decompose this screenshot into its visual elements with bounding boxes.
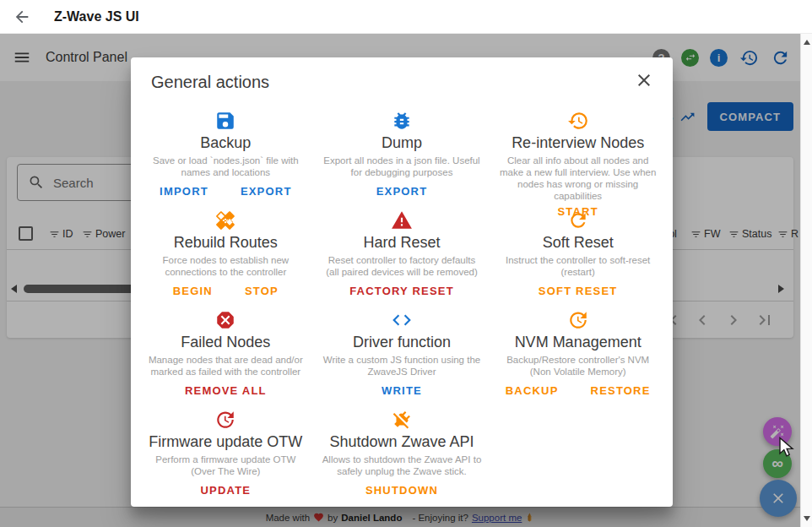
- action-card-reinterview: Re-interview Nodes Clear all info about …: [490, 110, 666, 209]
- action-description: Backup/Restore controller's NVM (Non Vol…: [496, 354, 659, 378]
- action-title: Rebuild Routes: [174, 234, 278, 252]
- dialog-header: General actions: [131, 57, 673, 98]
- power-plug-off-icon: [391, 409, 413, 431]
- action-card-firmware-otw: Firmware update OTW Perform a firmware u…: [138, 409, 314, 508]
- refresh-icon: [567, 209, 589, 231]
- action-description: Reset controller to factory defaults (al…: [321, 254, 484, 278]
- action-card-dump: Dump Export all nodes in a json file. Us…: [314, 110, 490, 209]
- import-button[interactable]: IMPORT: [158, 182, 210, 201]
- close-octagon-icon: [214, 309, 236, 331]
- healing-icon: [214, 209, 236, 231]
- remove-all-button[interactable]: REMOVE ALL: [183, 381, 268, 400]
- soft-reset-button[interactable]: SOFT RESET: [537, 281, 620, 301]
- update-clock-icon: [214, 409, 236, 431]
- action-title: NVM Management: [515, 334, 641, 351]
- write-button[interactable]: WRITE: [380, 381, 424, 400]
- action-description: Force nodes to establish new connections…: [144, 254, 307, 278]
- close-icon: [634, 70, 654, 90]
- history-icon: [567, 110, 589, 132]
- action-card-hard-reset: Hard Reset Reset controller to factory d…: [314, 209, 490, 309]
- action-card-rebuild-routes: Rebuild Routes Force nodes to establish …: [138, 209, 314, 309]
- action-title: Shutdown Zwave API: [329, 433, 474, 451]
- actions-grid: Backup Save or load `nodes.json` file wi…: [131, 98, 673, 508]
- factory-reset-button[interactable]: FACTORY RESET: [348, 281, 456, 301]
- action-card-backup: Backup Save or load `nodes.json` file wi…: [138, 110, 314, 209]
- action-title: Re-interview Nodes: [512, 134, 644, 152]
- shutdown-button[interactable]: SHUTDOWN: [364, 481, 440, 500]
- action-description: Allows to shutdown the Zwave API to safe…: [321, 454, 484, 477]
- export-button[interactable]: EXPORT: [239, 182, 294, 201]
- action-description: Clear all info about all nodes and make …: [496, 155, 659, 202]
- action-title: Failed Nodes: [181, 334, 270, 351]
- action-card-shutdown-api: Shutdown Zwave API Allows to shutdown th…: [314, 409, 490, 508]
- action-card-driver-function: Driver function Write a custom JS functi…: [314, 309, 490, 409]
- action-title: Soft Reset: [543, 234, 614, 252]
- action-card-nvm-management: NVM Management Backup/Restore controller…: [490, 309, 666, 409]
- scroll-down-arrow-icon[interactable]: [804, 516, 810, 521]
- action-title: Hard Reset: [363, 234, 440, 252]
- action-card-failed-nodes: Failed Nodes Manage nodes that are dead …: [138, 309, 314, 409]
- vertical-scrollbar[interactable]: [800, 34, 812, 527]
- action-description: Instruct the controller to soft-reset (r…: [496, 254, 659, 278]
- app-header: Z-Wave JS UI: [0, 0, 812, 34]
- dialog-title: General actions: [151, 73, 652, 92]
- action-title: Backup: [200, 134, 251, 152]
- action-description: Save or load `nodes.json` file with name…: [144, 155, 307, 178]
- action-title: Dump: [382, 134, 422, 152]
- alert-triangle-icon: [391, 209, 413, 231]
- app-title: Z-Wave JS UI: [54, 9, 139, 24]
- update-clock-icon: [567, 309, 589, 331]
- begin-button[interactable]: BEGIN: [171, 281, 214, 301]
- general-actions-dialog: General actions Backup Save or load `nod…: [131, 57, 673, 507]
- code-tags-icon: [391, 309, 413, 331]
- action-description: Manage nodes that are dead and/or marked…: [144, 354, 307, 378]
- dialog-close-button[interactable]: [632, 69, 656, 93]
- export-button[interactable]: EXPORT: [375, 182, 430, 201]
- action-description: Write a custom JS function using the Zwa…: [321, 354, 484, 378]
- scroll-up-arrow-icon[interactable]: [804, 40, 810, 45]
- stop-button[interactable]: STOP: [243, 281, 280, 301]
- arrow-left-icon: [13, 8, 31, 26]
- action-title: Firmware update OTW: [149, 433, 302, 451]
- zwave-js-ui-window: Z-Wave JS UI Control Panel ? i STATISTIC…: [0, 0, 812, 527]
- floppy-icon: [214, 110, 236, 132]
- action-description: Export all nodes in a json file. Useful …: [321, 155, 484, 178]
- restore-button[interactable]: RESTORE: [589, 381, 652, 400]
- action-card-soft-reset: Soft Reset Instruct the controller to so…: [490, 209, 666, 309]
- action-description: Perform a firmware update OTW (Over The …: [144, 454, 307, 477]
- backup-button[interactable]: BACKUP: [504, 381, 560, 400]
- bug-icon: [391, 110, 413, 132]
- back-button[interactable]: [5, 0, 39, 34]
- update-button[interactable]: UPDATE: [198, 481, 252, 500]
- action-title: Driver function: [353, 334, 451, 351]
